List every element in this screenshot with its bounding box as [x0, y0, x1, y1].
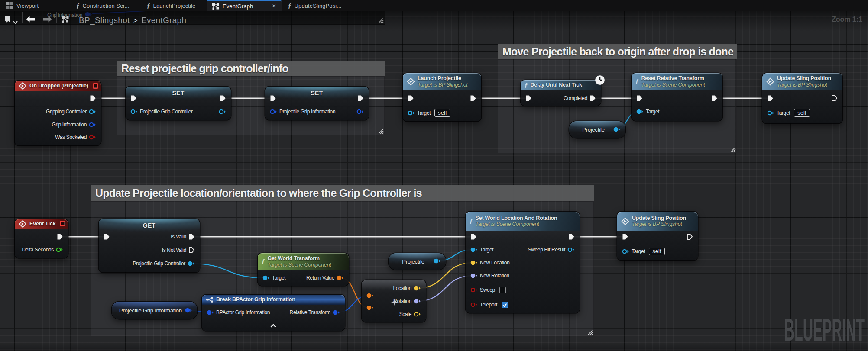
relative-transform-pin[interactable]: Relative Transform — [290, 309, 340, 316]
node-projectile-var-bottom[interactable]: Projectile — [389, 253, 446, 270]
exec-pin[interactable] — [470, 94, 476, 102]
exec-pin[interactable] — [90, 94, 96, 102]
node-header[interactable]: Break BPActor Grip Information — [202, 295, 345, 305]
return-value-pin[interactable]: Return Value — [306, 274, 344, 282]
tab-construction-script[interactable]: ƒConstruction Scr... — [72, 0, 130, 11]
data-pin[interactable] — [366, 304, 374, 312]
node-header[interactable]: ƒGet World TransformTarget is Scene Comp… — [258, 253, 349, 270]
node-header[interactable]: SET — [265, 87, 369, 100]
exec-pin[interactable] — [831, 94, 838, 102]
node-get-projectile-grip-controller[interactable]: GETIs ValidIs Not ValidProjectile Grip C… — [99, 219, 200, 272]
is-valid-pin[interactable]: Is Valid — [171, 233, 195, 241]
breadcrumb-blueprint[interactable]: BP_Slingshot — [79, 16, 130, 25]
teleport-pin[interactable]: Teleport — [470, 301, 508, 309]
exec-pin[interactable] — [408, 94, 414, 102]
node-header[interactable]: Launch ProjectileTarget is BP Slingshot — [403, 73, 481, 90]
node-break-bpactor-grip-information[interactable]: Break BPActor Grip InformationBPActor Gr… — [202, 295, 345, 331]
projectile-grip-information-pin[interactable]: Projectile Grip Information — [270, 108, 335, 116]
data-pin[interactable] — [185, 306, 192, 314]
projectile-grip-controller-pin[interactable]: Projectile Grip Controller — [133, 260, 195, 267]
forward-button[interactable] — [42, 16, 52, 24]
exec-pin[interactable] — [711, 94, 718, 102]
sweep-hit-result-pin[interactable]: Sweep Hit Result — [528, 246, 575, 254]
node-projectile-var-top[interactable]: Projectile — [569, 121, 625, 138]
sweep-pin[interactable]: Sweep — [470, 286, 506, 294]
node-header[interactable]: On Dropped (Projectile) — [15, 81, 101, 91]
tab-close-icon[interactable]: ✕ — [272, 3, 276, 9]
node-event-tick[interactable]: Event TickDelta Seconds — [15, 219, 68, 258]
tab-update-sling-position[interactable]: ƒUpdateSlingPosi... — [284, 0, 341, 11]
exec-pin[interactable] — [568, 233, 575, 241]
exec-pin[interactable] — [130, 94, 137, 102]
wire-data-clipped-gripinfo[interactable] — [93, 11, 295, 13]
node-header[interactable]: Update Sling PositionTarget is BP Slings… — [617, 212, 698, 231]
data-pin[interactable] — [219, 108, 226, 116]
was-socketed-pin[interactable]: Was Socketed — [55, 133, 96, 141]
bookmark-chevron-down-icon[interactable] — [13, 18, 18, 26]
wire-data-gripcontroller-gwttarget[interactable] — [190, 264, 265, 278]
exec-pin[interactable] — [470, 233, 477, 241]
target-pin[interactable]: Target — [470, 246, 493, 254]
bpactor-grip-information-pin[interactable]: BPActor Grip Information — [207, 309, 270, 316]
node-set-projectile-grip-information[interactable]: SETProjectile Grip Information — [265, 87, 369, 120]
target-pin[interactable]: Target — [636, 108, 659, 116]
gripping-controller-pin[interactable]: Gripping Controller — [46, 108, 96, 116]
exec-pin[interactable] — [357, 94, 364, 102]
bookmark-button[interactable] — [4, 15, 11, 25]
exec-pin[interactable] — [220, 94, 226, 102]
projectile-grip-controller-pin[interactable]: Projectile Grip Controller — [130, 108, 193, 116]
target-pin[interactable]: Target — [262, 274, 285, 282]
exec-pin[interactable] — [525, 94, 532, 102]
target-pin[interactable]: Targetself — [408, 109, 450, 117]
node-on-dropped-projectile[interactable]: On Dropped (Projectile)Gripping Controll… — [15, 81, 101, 145]
self-target-field[interactable]: self — [434, 109, 450, 117]
node-reset-relative-transform[interactable]: ƒReset Relative TransformTarget is Scene… — [632, 73, 722, 121]
breadcrumb-graph[interactable]: EventGraph — [141, 16, 186, 25]
new-location-pin[interactable]: New Location — [470, 259, 510, 267]
exec-pin[interactable] — [636, 94, 643, 102]
node-get-world-transform[interactable]: ƒGet World TransformTarget is Scene Comp… — [258, 253, 349, 286]
data-pin[interactable] — [613, 126, 621, 133]
delegate-pin[interactable] — [93, 83, 98, 89]
checkbox-sweep-pin[interactable] — [499, 287, 506, 293]
completed-pin[interactable]: Completed — [564, 94, 596, 102]
hide-unconnected-pins-button[interactable] — [270, 322, 277, 329]
node-update-sling-position-top[interactable]: Update Sling PositionTarget is BP Slings… — [762, 73, 842, 123]
exec-pin[interactable] — [57, 233, 63, 241]
node-header[interactable]: Update Sling PositionTarget is BP Slings… — [762, 73, 842, 90]
tab-viewport[interactable]: Viewport — [2, 0, 39, 11]
node-header[interactable]: ƒSet World Location And RotationTarget i… — [466, 212, 580, 231]
new-rotation-pin[interactable]: New Rotation — [470, 272, 509, 280]
node-update-sling-position-bottom[interactable]: Update Sling PositionTarget is BP Slings… — [617, 212, 698, 260]
self-target-field[interactable]: self — [649, 248, 664, 255]
node-header[interactable]: GET — [99, 219, 200, 232]
grip-information-pin[interactable]: Grip Information — [52, 121, 96, 129]
node-launch-projectile-node[interactable]: Launch ProjectileTarget is BP SlingshotT… — [403, 73, 481, 121]
tab-event-graph[interactable]: EventGraph✕ — [207, 0, 282, 11]
target-pin[interactable]: Targetself — [622, 248, 665, 255]
node-set-world-location-and-rotation[interactable]: ƒSet World Location And RotationTarget i… — [466, 212, 580, 313]
data-pin[interactable] — [434, 257, 441, 265]
location-pin[interactable]: Location — [393, 284, 421, 292]
exec-pin[interactable] — [270, 94, 276, 102]
exec-pin[interactable] — [687, 233, 693, 241]
checkbox-teleport-pin[interactable] — [502, 302, 508, 308]
target-pin[interactable]: Targetself — [767, 109, 810, 117]
node-header[interactable]: ƒReset Relative TransformTarget is Scene… — [632, 73, 722, 90]
tab-launch-projectile[interactable]: ƒLaunchProjectile — [143, 0, 195, 11]
is-not-valid-pin[interactable]: Is Not Valid — [162, 246, 195, 254]
back-button[interactable] — [26, 16, 36, 24]
node-delay-until-next-tick[interactable]: ƒDelay Until Next TickCompleted — [521, 80, 601, 106]
data-pin[interactable] — [366, 292, 374, 299]
delegate-pin[interactable] — [60, 221, 65, 226]
node-set-projectile-grip-controller[interactable]: SETProjectile Grip Controller — [126, 87, 231, 120]
exec-pin[interactable] — [622, 233, 628, 241]
delta-seconds-pin[interactable]: Delta Seconds — [22, 246, 64, 254]
exec-pin[interactable] — [767, 94, 774, 102]
node-header[interactable]: SET — [126, 87, 231, 100]
node-header[interactable]: ƒDelay Until Next Tick — [521, 80, 601, 90]
data-pin[interactable] — [356, 108, 364, 116]
exec-pin[interactable] — [104, 233, 110, 241]
scale-pin[interactable]: Scale — [399, 310, 421, 318]
node-projectile-grip-information-var[interactable]: Projectile Grip Information — [112, 302, 197, 319]
